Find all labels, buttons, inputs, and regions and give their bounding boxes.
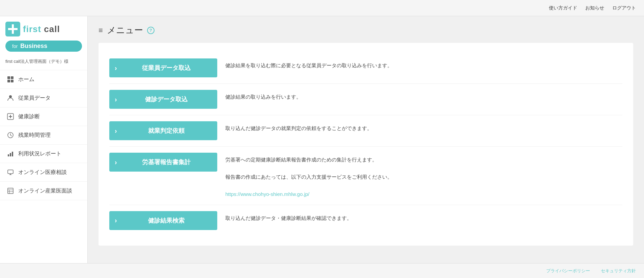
svg-point-7 (9, 95, 12, 98)
home-label: ホーム (18, 76, 34, 83)
content-area: ≡ メニュー ? › 従業員データ取込 健診結果を取り込む際に必要となる従業員デ… (88, 16, 644, 263)
employee-import-desc: 健診結果を取り込む際に必要となる従業員データの取り込みを行います。 (225, 58, 622, 70)
menu-row-work-judgment: › 就業判定依頼 取り込んだ健診データの就業判定の依頼をすることができます。 (109, 115, 622, 147)
svg-rect-14 (8, 154, 9, 156)
sidebar: first call for Business first call法人管理画面… (0, 16, 88, 263)
health-icon (7, 113, 14, 120)
employee-import-label: 従業員データ取込 (121, 64, 212, 72)
chevron-icon-2: › (115, 96, 117, 103)
svg-rect-3 (7, 76, 10, 79)
labor-report-link[interactable]: https://www.chohyo-shien.mhlw.go.jp/ (225, 190, 622, 199)
chevron-icon: › (115, 64, 117, 72)
sidebar-item-home[interactable]: ホーム (0, 70, 87, 89)
online-industrial-label: オンライン産業医面談 (18, 187, 72, 195)
health-search-button[interactable]: › 健診結果検索 (109, 211, 217, 230)
page-title: メニュー (107, 24, 143, 36)
labor-desc-line2: 報告書の作成にあたっては、以下の入力支援サービスをご利用ください。 (225, 173, 622, 181)
health-search-label: 健診結果検索 (121, 217, 212, 225)
svg-rect-10 (9, 116, 12, 117)
footer: プライバシーポリシー セキュリティ方針 (0, 263, 644, 278)
work-judgment-label: 就業判定依頼 (121, 127, 212, 135)
help-icon[interactable]: ? (147, 27, 155, 34)
chevron-icon-4: › (115, 158, 117, 166)
health-import-btn-wrapper: › 健診データ取込 (109, 90, 217, 109)
health-import-button[interactable]: › 健診データ取込 (109, 90, 217, 109)
home-icon (7, 76, 14, 83)
employee-import-btn-wrapper: › 従業員データ取込 (109, 58, 217, 77)
hamburger-icon: ≡ (99, 26, 103, 35)
chevron-icon-5: › (115, 217, 117, 224)
health-import-label: 健診データ取込 (121, 95, 212, 103)
svg-rect-5 (7, 80, 10, 82)
main-layout: first call for Business first call法人管理画面… (0, 16, 644, 263)
overtime-icon (7, 131, 14, 139)
usage-report-label: 利用状況レポート (18, 150, 61, 157)
for-label: for (12, 44, 18, 49)
top-header: 使い方ガイド お知らせ ログアウト (0, 0, 644, 16)
svg-rect-4 (11, 76, 13, 79)
menu-row-health-import: › 健診データ取込 健診結果の取り込みを行います。 (109, 84, 622, 115)
menu-row-labor-report: › 労基署報告書集計 労基署への定期健康診断結果報告書作成のための集計を行えます… (109, 147, 622, 205)
labor-report-label: 労基署報告書集計 (121, 158, 212, 166)
svg-rect-6 (11, 80, 13, 82)
health-import-desc: 健診結果の取り込みを行います。 (225, 90, 622, 101)
guide-link[interactable]: 使い方ガイド (549, 5, 577, 11)
sidebar-item-health-checkup[interactable]: 健康診断 (0, 107, 87, 126)
menu-row-health-search: › 健診結果検索 取り込んだ健診データ・健康診断結果が確認できます。 (109, 205, 622, 236)
svg-line-13 (10, 135, 12, 136)
sidebar-item-online-medical[interactable]: オンライン医療相談 (0, 163, 87, 182)
sidebar-item-employee-data[interactable]: 従業員データ (0, 89, 87, 107)
security-policy-link[interactable]: セキュリティ方針 (601, 268, 636, 274)
page-header: ≡ メニュー ? (99, 24, 633, 36)
sidebar-logo: first call (0, 16, 87, 39)
labor-desc-line1: 労基署への定期健康診断結果報告書作成のための集計を行えます。 (225, 155, 622, 164)
work-judgment-button[interactable]: › 就業判定依頼 (109, 121, 217, 140)
employee-import-button[interactable]: › 従業員データ取込 (109, 58, 217, 77)
online-medical-icon (7, 169, 14, 176)
svg-rect-17 (8, 170, 13, 174)
work-judgment-desc: 取り込んだ健診データの就業判定の依頼をすることができます。 (225, 121, 622, 133)
labor-report-btn-wrapper: › 労基署報告書集計 (109, 153, 217, 172)
labor-report-desc: 労基署への定期健康診断結果報告書作成のための集計を行えます。 報告書の作成にあた… (225, 153, 622, 199)
svg-rect-16 (12, 152, 13, 156)
menu-row-employee-import: › 従業員データ取込 健診結果を取り込む際に必要となる従業員データの取り込みを行… (109, 52, 622, 84)
employee-data-label: 従業員データ (18, 95, 51, 102)
svg-rect-20 (8, 188, 13, 194)
employee-icon (7, 94, 14, 102)
work-judgment-btn-wrapper: › 就業判定依頼 (109, 121, 217, 140)
sidebar-nav: ホーム 従業員データ (0, 70, 87, 263)
for-business-badge: for Business (5, 41, 82, 52)
health-checkup-label: 健康診断 (18, 113, 40, 120)
menu-card: › 従業員データ取込 健診結果を取り込む際に必要となる従業員データの取り込みを行… (99, 43, 633, 246)
news-link[interactable]: お知らせ (585, 5, 604, 11)
svg-rect-2 (8, 28, 18, 30)
logo-plus-icon (5, 22, 20, 36)
logout-link[interactable]: ログアウト (612, 5, 636, 11)
report-icon (7, 150, 14, 157)
health-search-btn-wrapper: › 健診結果検索 (109, 211, 217, 230)
labor-report-button[interactable]: › 労基署報告書集計 (109, 153, 217, 172)
logo-text: first call (23, 24, 60, 34)
sidebar-item-overtime[interactable]: 残業時間管理 (0, 126, 87, 145)
svg-rect-15 (10, 153, 11, 156)
privacy-policy-link[interactable]: プライバシーポリシー (546, 268, 590, 274)
sidebar-user: first call法人管理画面（デモ）様 (0, 56, 87, 70)
overtime-label: 残業時間管理 (18, 132, 51, 139)
online-industrial-icon (7, 187, 14, 195)
online-medical-label: オンライン医療相談 (18, 169, 67, 176)
sidebar-item-usage-report[interactable]: 利用状況レポート (0, 145, 87, 163)
sidebar-item-online-industrial[interactable]: オンライン産業医面談 (0, 182, 87, 200)
business-label: Business (20, 43, 47, 50)
chevron-icon-3: › (115, 127, 117, 135)
health-search-desc: 取り込んだ健診データ・健康診断結果が確認できます。 (225, 211, 622, 223)
